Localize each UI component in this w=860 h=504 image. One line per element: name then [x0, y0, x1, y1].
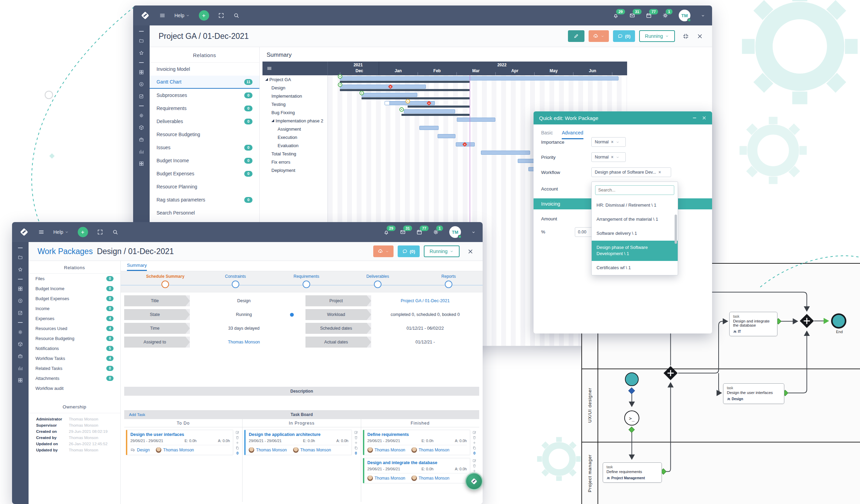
dropdown-option[interactable]: Certificates wf \ 1	[592, 261, 678, 275]
gantt-pin-marker[interactable]	[359, 91, 364, 95]
collapse-icon[interactable]	[682, 33, 689, 40]
sidebar-item-resource-budgeting[interactable]: Resource Budgeting	[150, 128, 259, 141]
sidebar-item-related-tasks[interactable]: Related Tasks0	[29, 363, 120, 373]
search-icon[interactable]	[233, 12, 239, 19]
add-task-link[interactable]: Add Task	[129, 413, 145, 417]
status-dropdown[interactable]: Running	[639, 30, 675, 42]
copy-icon[interactable]	[354, 446, 358, 450]
app-logo-icon[interactable]	[140, 10, 150, 21]
close-icon[interactable]	[467, 248, 474, 255]
apps-grid-icon[interactable]	[139, 69, 144, 75]
app-logo-icon[interactable]	[19, 227, 29, 237]
chart-icon[interactable]	[139, 149, 144, 154]
expander-icon[interactable]	[271, 119, 274, 122]
edit-icon[interactable]	[354, 430, 358, 435]
workflow-select[interactable]: Design phase of Software Dev...×	[591, 167, 671, 177]
sidebar-item-resource-budgeting[interactable]: Resource Budgeting0	[29, 333, 120, 343]
step-circle[interactable]	[161, 281, 169, 288]
gantt-bar[interactable]	[457, 118, 495, 122]
gantt-task-assignment[interactable]: Assignment	[262, 125, 327, 133]
edit-icon[interactable]	[235, 430, 239, 435]
sidebar-item-requirements[interactable]: Requirements0	[150, 102, 259, 115]
assignee-link[interactable]: Thomas Monson	[367, 447, 405, 453]
gantt-task-evaluation[interactable]: Evaluation	[262, 141, 327, 150]
dropdown-option[interactable]: Software delivery \ 1	[592, 227, 678, 241]
gantt-bar[interactable]	[419, 126, 439, 130]
sidebar-item-issues[interactable]: Issues0	[150, 141, 259, 154]
gantt-progress-bar[interactable]	[408, 106, 470, 108]
settings-sun-icon[interactable]: 1	[662, 12, 668, 19]
gantt-bar[interactable]	[340, 76, 619, 80]
step-requirements[interactable]: Requirements	[293, 271, 319, 288]
gantt-task-bug-fixxing[interactable]: Bug Fixxing	[262, 108, 327, 117]
gantt-task-execution[interactable]: Execution	[262, 133, 327, 141]
task-card[interactable]: Design and integrate the database29/06/2…	[363, 458, 470, 483]
gantt-bar[interactable]	[362, 93, 417, 97]
add-icon[interactable]	[235, 441, 239, 445]
gantt-progress-bar[interactable]	[340, 89, 470, 91]
status-dropdown[interactable]: Running	[424, 245, 460, 257]
gantt-task-design[interactable]: Design	[262, 84, 327, 92]
gantt-task-testing[interactable]: Testing	[262, 100, 327, 108]
dropdown-option[interactable]: Design phase of Software Development \ 1	[592, 241, 678, 261]
sidebar-item-files[interactable]: Files0	[29, 274, 120, 284]
settings-sun-icon[interactable]: 1	[433, 229, 439, 235]
close-icon[interactable]	[702, 116, 707, 120]
export-button[interactable]	[589, 30, 609, 42]
dropdown-option[interactable]: HR: Dismissal / Retirement \ 1	[592, 198, 678, 212]
gantt-task-project-ga[interactable]: Project GA	[262, 75, 327, 84]
package-icon[interactable]	[139, 125, 144, 130]
priority-select[interactable]: Normal×	[591, 152, 626, 162]
close-icon[interactable]	[697, 33, 703, 40]
sidebar-item-resource-planning[interactable]: Resource Planning	[150, 180, 259, 193]
assignee-link[interactable]: Thomas Monson	[411, 475, 449, 481]
add-icon[interactable]	[354, 441, 358, 445]
step-constraints[interactable]: Constraints	[225, 271, 246, 288]
sidebar-item-workflow-audit[interactable]: Workflow audit	[29, 383, 120, 393]
sidebar-item-workflow-tasks[interactable]: Workflow Tasks4	[29, 353, 120, 363]
step-circle[interactable]	[232, 281, 239, 288]
add-circle-icon[interactable]	[18, 298, 23, 304]
fullscreen-icon[interactable]	[97, 229, 103, 235]
gantt-bar[interactable]	[340, 85, 426, 89]
avatar-chevron-icon[interactable]	[701, 13, 705, 18]
calendar-icon[interactable]: 77	[646, 12, 652, 19]
task-card[interactable]: Design the user interfaces29/06/21 - 29/…	[126, 430, 233, 455]
messages-icon[interactable]: 31	[400, 229, 406, 235]
gantt-bar[interactable]	[481, 151, 530, 155]
gantt-task-deployment[interactable]: Deployment	[262, 166, 327, 174]
gantt-task-implementation-phase-2[interactable]: Implementation phase 2	[262, 117, 327, 125]
modules-icon[interactable]	[139, 161, 144, 166]
menu-icon[interactable]	[159, 12, 165, 19]
step-circle[interactable]	[303, 281, 310, 288]
expander-icon[interactable]	[265, 78, 268, 81]
chart-icon[interactable]	[18, 365, 23, 371]
sidebar-item-resources-used[interactable]: Resources Used4	[29, 324, 120, 333]
copy-icon[interactable]	[235, 446, 239, 450]
dropdown-scrollbar[interactable]	[675, 215, 677, 244]
trash-icon[interactable]	[354, 436, 358, 440]
task-card-title[interactable]: Define requirements	[367, 432, 467, 437]
trash-icon[interactable]	[472, 436, 476, 440]
dropdown-option[interactable]: Arrangement of the material \ 1	[592, 212, 678, 227]
task-card[interactable]: Define requirements29/06/21 - 29/06/21E:…	[363, 430, 470, 455]
search-icon[interactable]	[112, 229, 118, 235]
gantt-pin-marker[interactable]	[338, 74, 342, 79]
briefcase-icon[interactable]	[139, 137, 144, 142]
tasks-icon[interactable]	[18, 310, 23, 316]
minimize-icon[interactable]	[692, 116, 697, 120]
sidebar-item-expenses[interactable]: Expenses4	[29, 314, 120, 324]
help-menu[interactable]: Help	[174, 13, 190, 18]
calendar-icon[interactable]: 77	[416, 229, 422, 235]
bpmn-task-design-and-integrate-the-database[interactable]: taskDesign and integrate the databaseIT	[729, 312, 777, 336]
sidebar-item-invoicing-model[interactable]: Invoicing Model	[150, 63, 259, 76]
board-tag-link[interactable]: Design	[130, 448, 150, 452]
edit-icon[interactable]	[472, 459, 476, 463]
sidebar-item-search-personnel[interactable]: Search Personnel	[150, 206, 259, 219]
step-reports[interactable]: Reports	[441, 271, 456, 288]
importance-select[interactable]: Normal×	[591, 137, 626, 147]
dropdown-search-input[interactable]	[595, 185, 674, 195]
messages-icon[interactable]: 31	[629, 12, 635, 19]
star-icon[interactable]	[18, 267, 23, 272]
task-card-title[interactable]: Design the application architecture	[249, 432, 348, 437]
